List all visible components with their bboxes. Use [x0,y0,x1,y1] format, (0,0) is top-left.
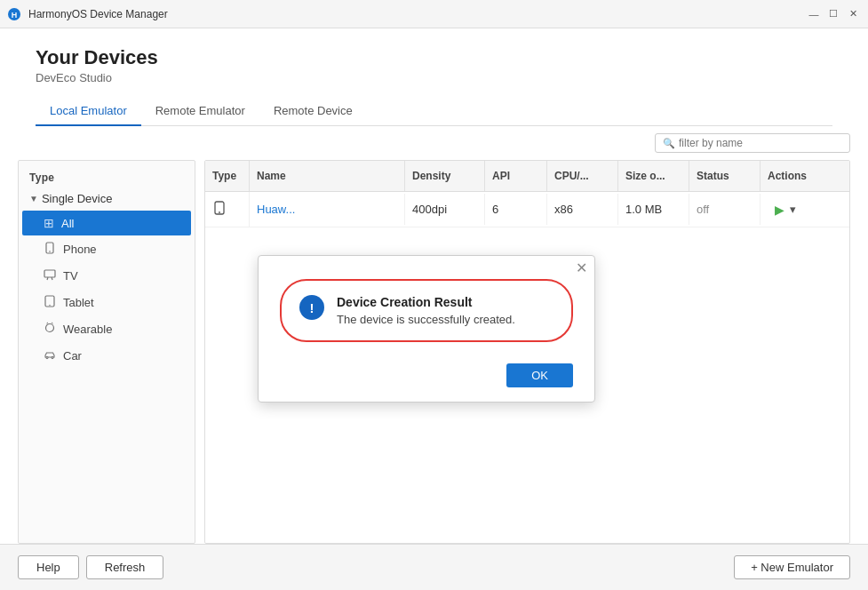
search-box[interactable]: 🔍 [655,133,850,153]
sidebar-group-label-text: Single Device [42,192,113,205]
search-input[interactable] [679,137,842,149]
sidebar-item-tablet-label: Tablet [63,296,94,309]
sidebar-item-all[interactable]: ⊞ All [22,211,191,235]
header-area: Your Devices DevEco Studio Local Emulato… [0,28,868,126]
table-header: Type Name Density API CPU/... Size o... … [205,161,849,192]
tab-remote-emulator[interactable]: Remote Emulator [141,97,259,126]
row-status: off [689,194,760,225]
close-button[interactable]: ✕ [845,6,861,22]
all-icon: ⊞ [44,216,54,230]
svg-point-9 [46,324,54,332]
svg-text:H: H [12,11,18,20]
page-subtitle: DevEco Studio [36,71,832,84]
col-density: Density [405,161,485,191]
col-actions: Actions [760,161,849,191]
tablet-icon [44,295,56,310]
title-bar: H HarmonyOS Device Manager — ☐ ✕ [0,0,868,28]
svg-point-3 [49,251,51,252]
row-api: 6 [485,194,547,225]
tv-icon [44,268,56,283]
help-button[interactable]: Help [18,555,79,579]
phone-icon [44,242,56,257]
dialog-text-area: Device Creation Result The device is suc… [337,295,515,326]
row-density: 400dpi [405,194,485,225]
device-creation-dialog: ✕ ! Device Creation Result The device is… [258,255,595,403]
sidebar-item-wearable-label: Wearable [63,323,112,336]
svg-point-8 [49,305,50,306]
sidebar-item-phone[interactable]: Phone [22,236,191,262]
col-size: Size o... [618,161,689,191]
sidebar-type-label: Type [19,168,195,187]
svg-rect-4 [44,270,55,277]
sidebar-group-single-device[interactable]: ▼ Single Device [19,187,195,210]
row-name: Huaw... [250,194,405,225]
sidebar-item-car-label: Car [63,349,82,363]
dialog-inner: ! Device Creation Result The device is s… [280,279,573,342]
svg-line-10 [47,323,49,323]
app-logo: H [7,7,21,21]
page-title: Your Devices [36,46,832,69]
main-container: Your Devices DevEco Studio Local Emulato… [0,28,868,590]
tabs-row: Local Emulator Remote Emulator Remote De… [36,97,832,126]
row-type-icon [205,192,250,227]
sidebar-item-phone-label: Phone [63,243,97,256]
search-icon: 🔍 [663,138,675,149]
dialog-message: The device is successfully created. [337,313,515,326]
table-row: Huaw... 400dpi 6 x86 1.0 MB off ▶ ▾ [205,192,849,227]
row-actions: ▶ ▾ [760,194,849,226]
dialog-close-row: ✕ [259,256,594,275]
sidebar: Type ▼ Single Device ⊞ All [18,160,195,544]
app-title: HarmonyOS Device Manager [28,8,799,20]
tab-local-emulator[interactable]: Local Emulator [36,97,141,126]
dialog-title: Device Creation Result [337,295,515,309]
col-type: Type [205,161,250,191]
col-name: Name [250,161,405,191]
row-size: 1.0 MB [618,194,689,225]
sidebar-item-tv-label: TV [63,269,78,283]
tab-remote-device[interactable]: Remote Device [259,97,367,126]
refresh-button[interactable]: Refresh [86,555,164,579]
sidebar-item-tablet[interactable]: Tablet [22,290,191,315]
wearable-icon [44,322,56,337]
ok-button[interactable]: OK [506,363,573,387]
dialog-body: ! Device Creation Result The device is s… [259,275,594,356]
col-api: API [485,161,547,191]
col-status: Status [689,161,760,191]
dialog-footer: OK [259,356,594,402]
sidebar-item-all-label: All [61,217,74,230]
action-buttons: ▶ ▾ [768,203,842,217]
more-button[interactable]: ▾ [790,203,796,216]
car-icon [44,348,56,363]
info-icon: ! [299,295,324,320]
bottom-bar: Help Refresh + New Emulator [0,544,868,590]
sidebar-item-tv[interactable]: TV [22,263,191,289]
toolbar-row: 🔍 [0,126,868,160]
row-cpu: x86 [547,194,618,225]
dialog-close-button[interactable]: ✕ [576,261,587,275]
sidebar-item-wearable[interactable]: Wearable [22,316,191,342]
svg-line-11 [52,323,53,323]
col-cpu: CPU/... [547,161,618,191]
bottom-left-actions: Help Refresh [18,555,163,579]
svg-point-15 [219,211,220,213]
window-controls: — ☐ ✕ [806,6,861,22]
maximize-button[interactable]: ☐ [825,6,841,22]
play-button[interactable]: ▶ [775,203,784,217]
minimize-button[interactable]: — [806,6,822,22]
sidebar-item-car[interactable]: Car [22,343,191,369]
chevron-down-icon: ▼ [29,194,38,203]
new-emulator-button[interactable]: + New Emulator [734,555,850,579]
